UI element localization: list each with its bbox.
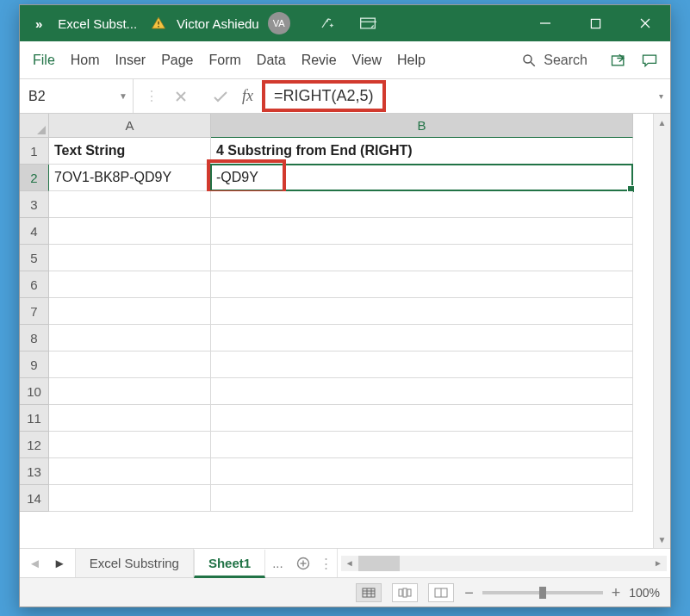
cell-a14[interactable] (49, 485, 211, 512)
worksheet-grid[interactable]: A B 1234567891011121314 Text String 4 Su… (20, 114, 670, 548)
cancel-formula-button[interactable] (161, 79, 201, 114)
tab-nav-next[interactable]: ► (53, 556, 66, 570)
view-page-layout-button[interactable] (392, 583, 418, 602)
cell-a3[interactable] (49, 191, 211, 218)
cell-a12[interactable] (49, 432, 211, 458)
cell-a9[interactable] (49, 352, 211, 378)
cell-b11[interactable] (211, 405, 633, 432)
account-area[interactable]: Victor Ashiedu VA (177, 12, 290, 34)
row-header-14[interactable]: 14 (20, 485, 49, 512)
row-header-1[interactable]: 1 (20, 138, 49, 165)
row-header-7[interactable]: 7 (20, 298, 49, 325)
vertical-scrollbar[interactable]: ▲ ▼ (653, 114, 670, 548)
row-header-8[interactable]: 8 (20, 325, 49, 352)
tab-options-handle[interactable]: ⋮ (316, 549, 337, 577)
coming-soon-icon[interactable] (306, 5, 347, 41)
cell-a1[interactable]: Text String (49, 138, 211, 165)
tab-nav-prev[interactable]: ◄ (28, 556, 41, 570)
minimize-button[interactable] (520, 5, 570, 41)
insert-function-button[interactable]: fx (240, 87, 258, 105)
cell-b8[interactable] (211, 325, 633, 352)
name-box-dropdown-icon[interactable]: ▼ (119, 91, 127, 101)
qat-overflow-button[interactable]: » (20, 16, 58, 31)
formula-input[interactable]: =RIGHT(A2,5) (262, 80, 386, 112)
zoom-out-button[interactable]: − (464, 585, 474, 600)
formula-bar-expand-icon[interactable]: ▾ (659, 91, 663, 101)
zoom-level[interactable]: 100% (629, 586, 660, 600)
cell-a8[interactable] (49, 325, 211, 352)
cell-b5[interactable] (211, 245, 633, 271)
cell-a7[interactable] (49, 298, 211, 325)
cell-b13[interactable] (211, 458, 633, 485)
row-header-3[interactable]: 3 (20, 191, 49, 218)
hscroll-thumb[interactable] (358, 556, 400, 571)
horizontal-scrollbar[interactable]: ◄ ► (341, 556, 667, 571)
title-bar: » Excel Subst... Victor Ashiedu VA (20, 5, 670, 41)
name-box[interactable]: B2 ▼ (20, 79, 134, 113)
close-button[interactable] (620, 5, 670, 41)
cell-b4[interactable] (211, 218, 633, 245)
cell-a13[interactable] (49, 458, 211, 485)
row-header-9[interactable]: 9 (20, 352, 49, 378)
document-title[interactable]: Excel Subst... (58, 16, 149, 31)
share-button[interactable] (603, 48, 634, 72)
row-header-6[interactable]: 6 (20, 271, 49, 298)
new-sheet-button[interactable] (290, 549, 316, 577)
tab-page-layout[interactable]: Page (153, 41, 201, 78)
ribbon-mode-icon[interactable] (347, 5, 389, 41)
cell-b6[interactable] (211, 271, 633, 298)
cell-a5[interactable] (49, 245, 211, 271)
row-header-5[interactable]: 5 (20, 245, 49, 271)
scroll-down-icon[interactable]: ▼ (654, 531, 670, 548)
cell-a11[interactable] (49, 405, 211, 432)
row-header-12[interactable]: 12 (20, 432, 49, 458)
cell-b2[interactable]: -QD9Y (211, 165, 633, 191)
sheet-tab-overflow[interactable]: ... (265, 549, 290, 577)
tab-review[interactable]: Revie (294, 41, 345, 78)
formula-resize-handle[interactable]: ⋮ (142, 79, 161, 114)
select-all-corner[interactable] (20, 114, 49, 138)
search-icon (521, 53, 537, 68)
row-header-10[interactable]: 10 (20, 378, 49, 405)
zoom-slider[interactable] (482, 591, 603, 594)
scroll-right-icon[interactable]: ► (650, 558, 667, 568)
cell-b7[interactable] (211, 298, 633, 325)
col-header-a[interactable]: A (49, 114, 211, 138)
tab-file[interactable]: File (25, 41, 63, 78)
autosave-warning-icon[interactable] (149, 14, 168, 33)
cell-b14[interactable] (211, 485, 633, 512)
comments-button[interactable] (634, 48, 665, 72)
row-header-11[interactable]: 11 (20, 405, 49, 432)
tab-formulas[interactable]: Form (202, 41, 249, 78)
cell-b10[interactable] (211, 378, 633, 405)
enter-formula-button[interactable] (201, 79, 240, 114)
cell-a10[interactable] (49, 378, 211, 405)
maximize-button[interactable] (570, 5, 620, 41)
view-normal-button[interactable] (356, 583, 382, 602)
row-header-2[interactable]: 2 (20, 165, 49, 191)
cell-b12[interactable] (211, 432, 633, 458)
scroll-up-icon[interactable]: ▲ (654, 114, 670, 131)
col-header-b[interactable]: B (211, 114, 633, 138)
row-header-4[interactable]: 4 (20, 218, 49, 245)
cell-a6[interactable] (49, 271, 211, 298)
tab-data[interactable]: Data (249, 41, 294, 78)
svg-rect-1 (158, 26, 159, 28)
cell-b9[interactable] (211, 352, 633, 378)
view-page-break-button[interactable] (428, 583, 454, 602)
cell-b1[interactable]: 4 Substring from End (RIGHT) (211, 138, 633, 165)
tab-help[interactable]: Help (389, 41, 433, 78)
tab-home[interactable]: Hom (63, 41, 108, 78)
sheet-tab-sheet1[interactable]: Sheet1 (194, 550, 265, 578)
scroll-left-icon[interactable]: ◄ (341, 558, 358, 568)
zoom-in-button[interactable]: + (612, 585, 621, 600)
zoom-slider-knob[interactable] (539, 587, 546, 599)
row-header-13[interactable]: 13 (20, 458, 49, 485)
tell-me-search[interactable]: Search (521, 53, 603, 68)
cell-a2[interactable]: 7OV1-BK8P-QD9Y (49, 165, 211, 191)
tab-view[interactable]: View (345, 41, 389, 78)
tab-insert[interactable]: Inser (108, 41, 154, 78)
sheet-tab-excel-substring[interactable]: Excel Substring (75, 549, 194, 577)
cell-b3[interactable] (211, 191, 633, 218)
cell-a4[interactable] (49, 218, 211, 245)
